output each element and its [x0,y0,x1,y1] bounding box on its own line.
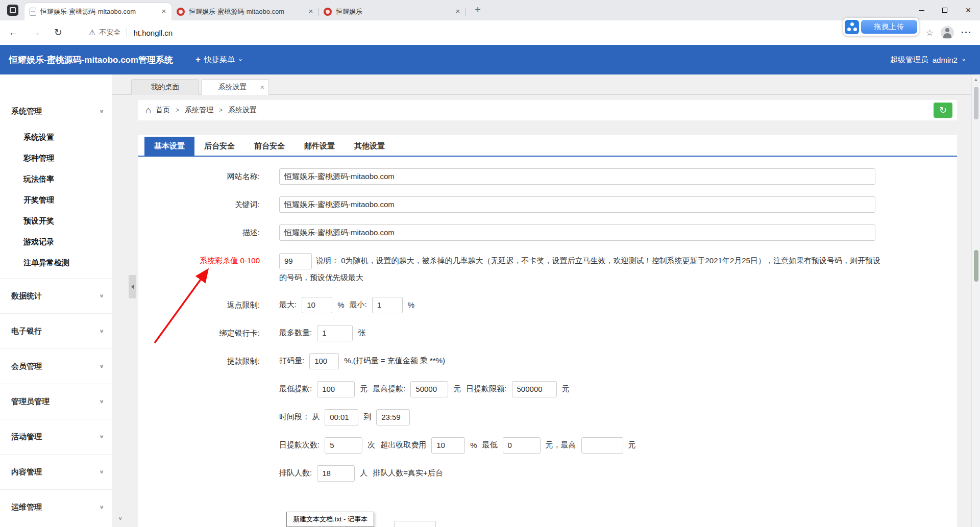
sidebar-group-header-4[interactable]: 管理员管理∨ [0,384,112,419]
form-row-content: 时间段： 从到 [260,409,880,425]
app-body: 系统管理∨系统设置彩种管理玩法倍率开奖管理预设开奖游戏记录注单异常检测数据统计∨… [0,74,980,527]
forward-button[interactable]: → [27,24,45,41]
maximize-button[interactable] [933,0,957,20]
drag-upload-extension[interactable]: 拖拽上传 [843,18,919,36]
tab-close-icon[interactable]: × [453,7,462,16]
sidebar-item-游戏记录[interactable]: 游戏记录 [0,231,112,252]
security-label: 不安全 [99,28,120,37]
sidebar-item-彩种管理[interactable]: 彩种管理 [0,147,112,168]
form-input[interactable] [317,325,353,341]
chevron-down-icon: ∨ [99,328,104,334]
sidebar-group-header-1[interactable]: 数据统计∨ [0,278,112,313]
form-input[interactable] [309,353,339,369]
next-row-input[interactable] [394,521,436,527]
form-text: 元，最高 [546,440,576,450]
settings-tab-其他设置[interactable]: 其他设置 [345,137,395,156]
form-row-8: 时间段： 从到 [138,409,957,425]
sidebar-item-注单异常检测[interactable]: 注单异常检测 [0,252,112,273]
form-input[interactable] [317,465,355,482]
sidebar: 系统管理∨系统设置彩种管理玩法倍率开奖管理预设开奖游戏记录注单异常检测数据统计∨… [0,74,112,527]
chevron-down-icon: ∨ [99,398,104,404]
drag-upload-button[interactable]: 拖拽上传 [861,20,917,34]
reload-button[interactable]: ↻ [49,24,67,41]
form-text: 排队人数: [279,468,312,478]
form-input[interactable] [325,409,358,425]
form-text: 元 [360,384,368,394]
form-text: % [408,300,414,309]
browser-tab-0[interactable]: 恒耀娱乐-蜜桃源码-mitaobo.com× [24,3,172,20]
settings-card: 基本设置后台安全前台安全邮件设置其他设置 网站名称:关键词:描述:系统彩杀值 0… [138,135,957,527]
browser-tab-title: 恒耀娱乐-蜜桃源码-mitaobo.com [189,7,306,16]
browser-menu-icon[interactable]: ··· [961,28,972,38]
browser-tab-2[interactable]: 恒耀娱乐× [318,3,465,20]
form-input[interactable] [317,381,355,397]
sidebar-collapse-handle[interactable] [129,275,136,298]
form-input[interactable] [376,409,410,425]
user-menu[interactable]: 超级管理员 admin2 ∨ [890,55,966,65]
form-label: 网站名称: [138,168,260,185]
profile-avatar[interactable] [941,26,954,39]
favorites-star-icon[interactable]: ☆ [926,28,934,38]
sidebar-group-4: 管理员管理∨ [0,384,112,419]
sidebar-group-header-2[interactable]: 电子银行∨ [0,313,112,348]
sidebar-group-header-5[interactable]: 活动管理∨ [0,419,112,454]
new-tab-button[interactable]: + [471,3,485,17]
browser-tab-1[interactable]: 恒耀娱乐-蜜桃源码-mitaobo.com× [172,3,318,20]
chevron-down-icon: ∨ [99,363,104,369]
tab-close-icon[interactable]: × [260,84,264,91]
form-input[interactable] [503,437,541,454]
panel-refresh-button[interactable]: ↻ [934,103,952,118]
sidebar-group-header-6[interactable]: 内容管理∨ [0,454,112,489]
form-input[interactable] [372,297,403,313]
quick-menu-button[interactable]: + 快捷菜单 ∨ [195,55,242,65]
scroll-down-icon: ∨ [118,515,123,521]
breadcrumb-home[interactable]: 首页 [156,106,170,115]
form-input[interactable] [302,297,332,313]
sidebar-item-玩法倍率[interactable]: 玩法倍率 [0,168,112,189]
sidebar-group-header-0[interactable]: 系统管理∨ [0,98,112,124]
back-button[interactable]: ← [4,24,22,41]
sidebar-group-0: 系统管理∨系统设置彩种管理玩法倍率开奖管理预设开奖游戏记录注单异常检测 [0,98,112,278]
form-input[interactable] [325,437,362,454]
form-input[interactable] [581,437,623,454]
sidebar-group-header-3[interactable]: 会员管理∨ [0,348,112,384]
url-text[interactable]: ht.hongll.cn [133,29,173,37]
sidebar-group-header-7[interactable]: 运维管理∨ [0,489,112,524]
workspace-tab-1[interactable]: 系统设置× [201,79,269,95]
settings-tab-邮件设置[interactable]: 邮件设置 [295,137,345,156]
sidebar-group-label: 电子银行 [11,327,99,336]
form-text: 打码量: [279,356,304,366]
breadcrumb-system-management[interactable]: 系统管理 [185,106,213,115]
close-button[interactable]: × [957,0,980,20]
form-input[interactable] [279,253,312,269]
settings-tab-基本设置[interactable]: 基本设置 [144,137,194,156]
settings-tabs: 基本设置后台安全前台安全邮件设置其他设置 [138,135,957,157]
address-bar[interactable]: ⚠ 不安全 ht.hongll.cn [89,28,926,37]
workspaces-icon[interactable] [7,5,18,16]
form-text: 日提款限额: [466,384,506,394]
minimize-button[interactable] [910,0,933,20]
scrollbar[interactable]: ▲ [971,76,980,527]
tab-close-icon[interactable]: × [159,7,168,16]
form-input[interactable] [279,196,875,213]
sidebar-item-开奖管理[interactable]: 开奖管理 [0,189,112,210]
settings-tab-后台安全[interactable]: 后台安全 [194,137,244,156]
tab-close-icon[interactable]: × [306,7,315,16]
form-input[interactable] [279,168,875,185]
breadcrumb-separator: > [176,107,179,114]
scrollbar-thumb[interactable] [974,87,978,119]
form-row-content: 日提款次数:次超出收取费用%最低元，最高元 [260,437,880,454]
workspace-tab-0[interactable]: 我的桌面 [131,79,199,95]
form-label: 关键词: [138,196,260,213]
scroll-up-icon[interactable]: ▲ [972,77,980,82]
settings-tab-前台安全[interactable]: 前台安全 [244,137,295,156]
form-input[interactable] [279,224,875,241]
home-icon: ⌂ [145,106,151,115]
sidebar-item-系统设置[interactable]: 系统设置 [0,127,112,147]
form-input[interactable] [410,381,448,397]
form-row-content: 排队人数:人排队人数=真实+后台 [260,465,880,482]
form-input[interactable] [512,381,557,397]
breadcrumb-system-settings[interactable]: 系统设置 [228,106,257,115]
sidebar-item-预设开奖[interactable]: 预设开奖 [0,210,112,231]
form-input[interactable] [431,437,465,454]
